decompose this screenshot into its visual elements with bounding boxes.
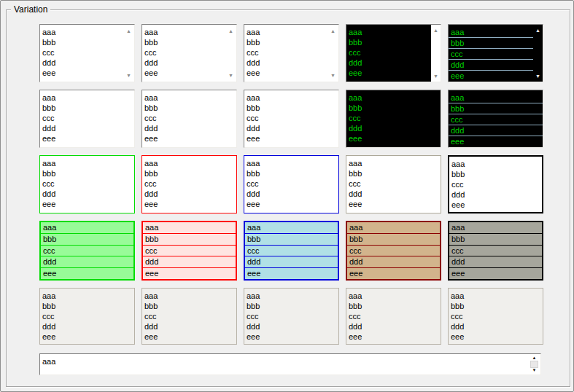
list-item[interactable]: ccc — [449, 49, 543, 60]
list-item[interactable]: ccc — [449, 114, 543, 125]
list-item[interactable]: ccc — [40, 113, 134, 123]
list-item[interactable]: eee — [40, 68, 134, 78]
list-item[interactable]: eee — [346, 199, 441, 209]
list-item[interactable]: eee — [142, 332, 236, 342]
list-item[interactable]: eee — [347, 268, 440, 279]
list-item[interactable]: bbb — [143, 234, 236, 246]
scroll-down-icon[interactable]: ▼ — [330, 73, 336, 78]
list-item[interactable]: bbb — [346, 103, 441, 113]
list-item[interactable]: bbb — [40, 301, 134, 311]
scroll-down-icon[interactable]: ▼ — [126, 73, 131, 78]
listbox-r2c5[interactable]: aaabbbcccdddeee — [448, 90, 543, 148]
list-item[interactable]: ccc — [40, 311, 134, 321]
scrollbar[interactable]: ▲▼ — [533, 25, 543, 82]
list-item[interactable]: aaa — [142, 291, 236, 301]
list-item[interactable]: ccc — [41, 246, 133, 257]
list-item[interactable]: eee — [245, 268, 338, 279]
list-item[interactable]: eee — [449, 332, 543, 342]
list-item[interactable]: aaa — [346, 93, 441, 103]
scroll-down-icon[interactable]: ▼ — [433, 74, 438, 79]
list-item[interactable]: ccc — [142, 311, 236, 321]
listbox-r3c4[interactable]: aaabbbcccdddeee — [346, 155, 441, 213]
listbox-r4c5[interactable]: aaabbbcccdddeee — [448, 221, 543, 281]
listbox-r5c5[interactable]: aaabbbcccdddeee — [448, 288, 543, 345]
list-item[interactable]: eee — [449, 268, 542, 279]
list-item[interactable]: aaa — [40, 158, 134, 168]
list-item[interactable]: ddd — [40, 123, 134, 133]
list-item[interactable]: ccc — [244, 179, 338, 189]
list-item[interactable]: ddd — [40, 189, 134, 199]
list-item[interactable]: aaa — [40, 291, 134, 301]
list-item[interactable]: eee — [449, 200, 542, 210]
listbox-r1c1[interactable]: aaabbbcccdddeee▲▼ — [39, 24, 135, 82]
list-item[interactable]: bbb — [40, 37, 134, 47]
list-item[interactable]: ccc — [346, 179, 441, 189]
list-item[interactable]: ccc — [244, 311, 338, 321]
scrollbar-thumb[interactable] — [530, 361, 538, 368]
list-item[interactable]: bbb — [347, 234, 440, 246]
listbox-r3c5[interactable]: aaabbbcccdddeee — [448, 155, 543, 213]
list-item[interactable]: aaa — [449, 93, 543, 103]
list-item[interactable]: ddd — [142, 189, 236, 199]
list-item[interactable]: ddd — [40, 58, 134, 68]
list-item[interactable]: aaa — [244, 158, 338, 168]
list-item[interactable]: ccc — [346, 113, 441, 123]
list-item[interactable]: eee — [346, 332, 441, 342]
list-item[interactable]: ccc — [449, 311, 543, 321]
list-item[interactable]: ccc — [40, 47, 134, 58]
list-item[interactable]: bbb — [449, 169, 542, 179]
list-item[interactable]: eee — [244, 133, 338, 144]
scroll-down-icon[interactable]: ▼ — [532, 368, 537, 373]
list-item[interactable]: aaa — [449, 27, 543, 38]
scroll-up-icon[interactable]: ▲ — [532, 356, 537, 361]
list-item[interactable]: eee — [449, 71, 543, 81]
list-item[interactable]: bbb — [142, 103, 236, 113]
list-item[interactable]: ddd — [142, 321, 236, 332]
list-item[interactable]: eee — [142, 68, 236, 78]
list-item[interactable]: ddd — [346, 123, 441, 133]
listbox-r1c5[interactable]: aaabbbcccdddeee▲▼ — [448, 24, 543, 82]
list-item[interactable]: eee — [244, 68, 338, 78]
list-item[interactable]: aaa — [143, 222, 236, 234]
list-item[interactable]: ddd — [244, 321, 338, 332]
listbox-r5c2[interactable]: aaabbbcccdddeee — [141, 288, 237, 345]
list-item[interactable]: bbb — [449, 234, 542, 246]
list-item[interactable]: ddd — [41, 256, 133, 268]
list-item[interactable]: ddd — [244, 189, 338, 199]
list-item[interactable]: bbb — [245, 234, 338, 246]
list-item[interactable]: ccc — [346, 311, 441, 321]
list-item[interactable]: ddd — [142, 123, 236, 133]
scroll-down-icon[interactable]: ▼ — [535, 74, 540, 79]
list-item[interactable]: ddd — [40, 321, 134, 332]
listbox-r5c1[interactable]: aaabbbcccdddeee — [39, 288, 135, 345]
list-item[interactable]: bbb — [449, 38, 543, 49]
listbox-r1c4[interactable]: aaabbbcccdddeee▲▼ — [346, 24, 441, 82]
scroll-up-icon[interactable]: ▲ — [228, 28, 233, 34]
list-item[interactable]: bbb — [40, 103, 134, 113]
scrollbar[interactable]: ▲ ▼ — [530, 356, 539, 373]
list-item[interactable]: eee — [346, 68, 441, 78]
list-item[interactable]: bbb — [346, 37, 441, 47]
listbox-r2c4[interactable]: aaabbbcccdddeee — [346, 90, 441, 148]
listbox-r3c2[interactable]: aaabbbcccdddeee — [141, 155, 237, 213]
list-item[interactable]: bbb — [41, 234, 133, 246]
scroll-up-icon[interactable]: ▲ — [433, 28, 438, 33]
list-item[interactable]: eee — [142, 199, 236, 209]
list-item[interactable]: eee — [142, 133, 236, 144]
bottom-listbox[interactable]: aaa ▲ ▼ — [39, 353, 541, 375]
listbox-r2c1[interactable]: aaabbbcccdddeee — [39, 90, 135, 148]
list-item[interactable]: bbb — [346, 168, 441, 179]
list-item[interactable]: ddd — [245, 256, 338, 268]
listbox-r1c2[interactable]: aaabbbcccdddeee▲▼ — [141, 24, 237, 82]
list-item[interactable]: bbb — [244, 168, 338, 179]
list-item[interactable]: ddd — [449, 60, 543, 71]
list-item[interactable]: ccc — [347, 246, 440, 257]
list-item[interactable]: bbb — [244, 103, 338, 113]
list-item[interactable]: ccc — [40, 179, 134, 189]
list-item[interactable]: ddd — [449, 256, 542, 268]
list-item[interactable]: bbb — [142, 168, 236, 179]
scroll-down-icon[interactable]: ▼ — [228, 73, 233, 78]
listbox-r3c3[interactable]: aaabbbcccdddeee — [244, 155, 339, 213]
list-item[interactable]: bbb — [449, 301, 543, 311]
listbox-r5c3[interactable]: aaabbbcccdddeee — [244, 288, 339, 345]
